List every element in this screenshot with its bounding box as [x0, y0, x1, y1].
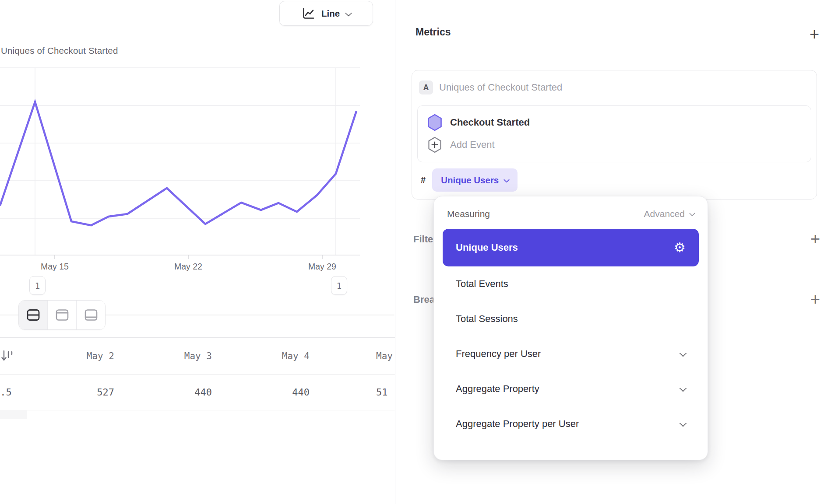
menu-item-total-sessions[interactable]: Total Sessions	[434, 301, 708, 336]
table-header-cell[interactable]: May 2	[27, 351, 125, 361]
table-value-cell: 440	[222, 387, 320, 398]
menu-item-frequency-per-user[interactable]: Frequency per User	[434, 336, 708, 371]
menu-item-label: Total Sessions	[456, 313, 686, 325]
chevron-down-icon	[689, 210, 695, 217]
sort-button[interactable]	[0, 338, 27, 374]
chevron-down-icon	[680, 350, 687, 357]
measuring-label: Measuring	[447, 209, 490, 219]
series-title: Uniques of Checkout Started	[439, 82, 562, 93]
chevron-down-icon	[680, 385, 687, 392]
table-value-row: 0.5 52744044051	[0, 374, 395, 410]
series-letter-badge: A	[419, 80, 433, 94]
measuring-menu: Unique Users⚙Total EventsTotal SessionsF…	[434, 229, 708, 441]
line-chart-icon	[301, 7, 315, 21]
event-hexagon-icon	[427, 114, 442, 131]
results-table: May 2May 3May 4May 0.5 52744044051	[0, 337, 395, 410]
annotation-badge[interactable]: 1	[331, 276, 347, 295]
split-horizontal-icon	[26, 308, 41, 322]
chevron-down-icon	[504, 176, 510, 182]
add-breakdown-button[interactable]: +	[806, 290, 824, 308]
event-row[interactable]: Checkout Started	[427, 112, 802, 133]
chevron-down-icon	[680, 420, 687, 427]
next-row-stub	[0, 410, 27, 419]
table-value-cell: 440	[125, 387, 222, 398]
menu-item-unique-users[interactable]: Unique Users⚙	[443, 229, 699, 266]
table-header-row: May 2May 3May 4May	[0, 337, 395, 374]
metrics-heading: Metrics	[416, 26, 451, 38]
table-header-cell[interactable]: May 3	[125, 351, 222, 361]
metric-card: A Uniques of Checkout Started Checkout S…	[412, 70, 817, 200]
add-metric-button[interactable]: +	[806, 25, 823, 43]
panel-bottom-icon	[84, 308, 99, 322]
add-event-label: Add Event	[450, 139, 495, 150]
chart-title: Uniques of Checkout Started	[1, 46, 118, 56]
advanced-mode-label: Advanced	[644, 209, 685, 219]
table-corner-cell: 0.5	[0, 374, 27, 410]
corner-value: 0.5	[0, 387, 12, 398]
advanced-mode-toggle[interactable]: Advanced	[644, 209, 694, 219]
annotation-badge[interactable]: 1	[29, 276, 46, 295]
menu-item-label: Unique Users	[456, 242, 674, 253]
chart-panel: Uniques of Checkout Started May 15May 22…	[0, 0, 395, 504]
measuring-popover-header: Measuring Advanced	[434, 196, 708, 226]
panel-top-icon	[55, 308, 70, 322]
menu-item-label: Aggregate Property per User	[456, 418, 680, 430]
menu-item-aggregate-property-per-user[interactable]: Aggregate Property per User	[434, 406, 708, 441]
chart-type-button[interactable]: Line	[279, 1, 373, 26]
layout-toggle	[18, 300, 106, 330]
x-axis-label: May 22	[158, 262, 219, 272]
count-symbol: #	[421, 175, 426, 185]
measure-row: # Unique Users	[421, 168, 518, 192]
x-axis-label: May 15	[24, 262, 85, 272]
menu-item-label: Total Events	[456, 278, 686, 290]
event-name: Checkout Started	[450, 117, 530, 128]
add-filter-button[interactable]: +	[806, 230, 824, 248]
menu-item-label: Aggregate Property	[456, 383, 680, 395]
menu-item-label: Frequency per User	[456, 348, 680, 360]
gear-icon[interactable]: ⚙	[674, 241, 686, 254]
event-card: Checkout Started Add Event	[417, 105, 811, 162]
layout-panel-top-button[interactable]	[48, 301, 77, 329]
measure-chip-label: Unique Users	[441, 175, 499, 186]
add-event-button[interactable]: Add Event	[427, 134, 802, 156]
table-value-cell: 51	[320, 387, 395, 398]
x-axis-label: May 29	[292, 262, 353, 272]
menu-item-total-events[interactable]: Total Events	[434, 266, 708, 301]
measuring-popover: Measuring Advanced Unique Users⚙Total Ev…	[433, 196, 708, 460]
measure-type-chip[interactable]: Unique Users	[432, 168, 518, 192]
add-event-hexagon-icon	[427, 136, 442, 154]
table-header-cell[interactable]: May	[320, 351, 395, 361]
chevron-down-icon	[345, 9, 352, 17]
table-value-cell: 527	[27, 387, 125, 398]
layout-split-horizontal-button[interactable]	[19, 301, 48, 329]
sort-descending-icon	[0, 349, 14, 363]
table-header-cell[interactable]: May 4	[222, 351, 320, 361]
chart-type-label: Line	[321, 8, 340, 19]
menu-item-aggregate-property[interactable]: Aggregate Property	[434, 371, 708, 406]
layout-panel-bottom-button[interactable]	[77, 301, 105, 329]
